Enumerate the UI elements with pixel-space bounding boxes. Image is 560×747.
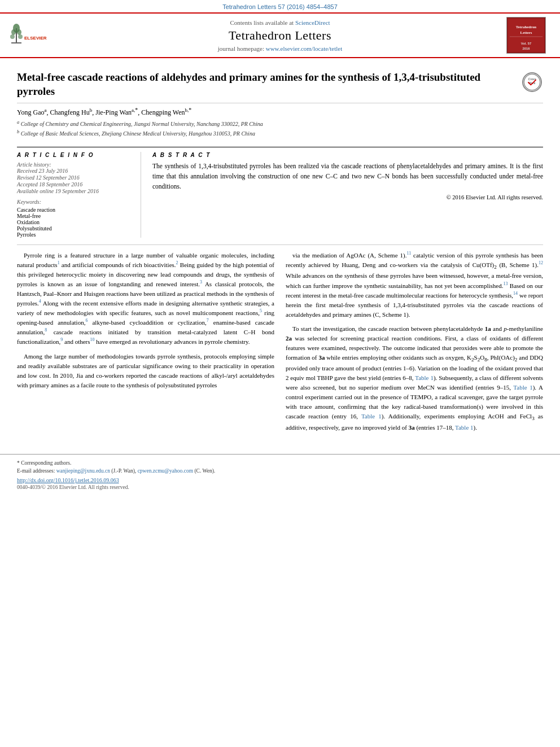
article-info-col: A R T I C L E I N F O Article history: R… [17, 152, 141, 238]
authors-line: Yong Gaoa, Changfeng Hub, Jie-Ping Wana,… [17, 103, 543, 118]
footer-note: * Corresponding authors. E-mail addresse… [17, 459, 543, 475]
table1-link-2[interactable]: Table 1 [513, 384, 532, 391]
keywords-label: Keywords: [17, 199, 132, 205]
kw-3: Oxidation [17, 219, 132, 225]
history-revised: Revised 12 September 2016 [17, 174, 132, 181]
body-para-1: Pyrrole ring is a featured structure in … [17, 251, 274, 347]
kw-5: Pyrroles [17, 231, 132, 238]
footer-doi: http://dx.doi.org/10.1016/j.tetlet.2016.… [17, 477, 543, 483]
elsevier-logo-area: ELSEVIER [6, 17, 62, 54]
article-content: Metal-free cascade reactions of aldehyde… [0, 58, 560, 445]
svg-text:2016: 2016 [523, 47, 531, 50]
sciencedirect-link[interactable]: ScienceDirect [295, 19, 330, 26]
author-2: Changfeng Hub [50, 108, 92, 116]
svg-text:Letters: Letters [520, 30, 532, 34]
history-received: Received 23 July 2016 [17, 168, 132, 174]
article-history: Article history: Received 23 July 2016 R… [17, 161, 132, 194]
abstract-text: The synthesis of 1,3,4-trisubstituted py… [152, 161, 543, 191]
table1-link-1[interactable]: Table 1 [415, 374, 434, 381]
journal-title: Tetrahedron Letters [229, 28, 331, 43]
page: Tetrahedron Letters 57 (2016) 4854–4857 … [0, 0, 560, 747]
abstract-col: A B S T R A C T The synthesis of 1,3,4-t… [152, 152, 543, 238]
journal-thumb-svg: Tetrahedron Letters Vol. 57 2016 [507, 17, 545, 54]
email-label: E-mail addresses: [17, 468, 55, 474]
history-accepted: Accepted 18 September 2016 [17, 181, 132, 187]
journal-homepage: journal homepage: www.elsevier.com/locat… [218, 45, 342, 52]
svg-rect-0 [11, 42, 21, 43]
kw-2: Metal-free [17, 213, 132, 219]
body-col-1: Pyrrole ring is a featured structure in … [17, 251, 274, 437]
author-3: Jie-Ping Wana,* [95, 108, 138, 116]
doi-link[interactable]: http://dx.doi.org/10.1016/j.tetlet.2016.… [17, 477, 119, 483]
journal-ref-text: Tetrahedron Letters 57 (2016) 4854–4857 [222, 3, 338, 10]
affiliations: a College of Chemistry and Chemical Engi… [17, 118, 543, 142]
email-link-1[interactable]: wanjieping@jxnu.edu.cn [56, 468, 110, 474]
crossmark-area: Cross Mark [520, 71, 543, 93]
svg-text:Tetrahedron: Tetrahedron [516, 25, 536, 29]
body-para-3: via the mediation of AgOAc (A, Scheme 1)… [286, 251, 543, 320]
journal-thumbnail-area: Tetrahedron Letters Vol. 57 2016 [498, 17, 554, 54]
footer-issn: 0040-4039/© 2016 Elsevier Ltd. All right… [17, 484, 543, 490]
history-available: Available online 19 September 2016 [17, 188, 132, 194]
contents-line: Contents lists available at ScienceDirec… [230, 19, 330, 26]
affil-a: a College of Chemistry and Chemical Engi… [17, 119, 543, 128]
abstract-heading: A B S T R A C T [152, 152, 543, 158]
article-meta-section: A R T I C L E I N F O Article history: R… [17, 147, 543, 238]
svg-point-6 [18, 34, 23, 39]
body-section: Pyrrole ring is a featured structure in … [17, 244, 543, 437]
crossmark-icon: Cross Mark [522, 72, 542, 92]
article-title-section: Metal-free cascade reactions of aldehyde… [17, 64, 543, 103]
corresponding-note: * Corresponding authors. [17, 459, 543, 467]
keywords-section: Keywords: Cascade reaction Metal-free Ox… [17, 199, 132, 238]
article-info-heading: A R T I C L E I N F O [17, 152, 132, 158]
email-link-2[interactable]: cpwen.zcmu@yahoo.com [138, 468, 193, 474]
table1-link-4[interactable]: Table 1 [455, 424, 474, 431]
copyright-line: © 2016 Elsevier Ltd. All rights reserved… [152, 194, 543, 200]
svg-point-5 [10, 34, 15, 39]
journal-header-center: Contents lists available at ScienceDirec… [62, 17, 498, 54]
kw-1: Cascade reaction [17, 207, 132, 213]
svg-text:Vol. 57: Vol. 57 [521, 42, 531, 46]
svg-text:ELSEVIER: ELSEVIER [24, 36, 47, 41]
svg-point-4 [17, 29, 21, 35]
history-label: Article history: [17, 161, 132, 168]
journal-header: ELSEVIER Contents lists available at Sci… [0, 12, 560, 58]
body-para-2: Among the large number of methodologies … [17, 352, 274, 390]
table1-link-3[interactable]: Table 1 [361, 413, 382, 420]
author-4: Chengping Wenb,* [141, 108, 191, 116]
body-col-2: via the mediation of AgOAc (A, Scheme 1)… [286, 251, 543, 437]
article-title: Metal-free cascade reactions of aldehyde… [17, 71, 520, 98]
affil-b: b College of Basic Medical Sciences, Zhe… [17, 129, 543, 138]
journal-url[interactable]: www.elsevier.com/locate/tetlet [266, 45, 343, 52]
page-footer: * Corresponding authors. E-mail addresse… [0, 454, 560, 493]
kw-4: Polysubstituted [17, 225, 132, 231]
email-note: E-mail addresses: wanjieping@jxnu.edu.cn… [17, 467, 543, 475]
journal-ref-bar: Tetrahedron Letters 57 (2016) 4854–4857 [0, 0, 560, 12]
svg-point-3 [11, 29, 16, 35]
body-two-col: Pyrrole ring is a featured structure in … [17, 251, 543, 437]
journal-thumbnail: Tetrahedron Letters Vol. 57 2016 [506, 17, 546, 54]
elsevier-logo: ELSEVIER [8, 20, 59, 51]
body-para-4: To start the investigation, the cascade … [286, 324, 543, 433]
author-1: Yong Gaoa [17, 108, 46, 116]
